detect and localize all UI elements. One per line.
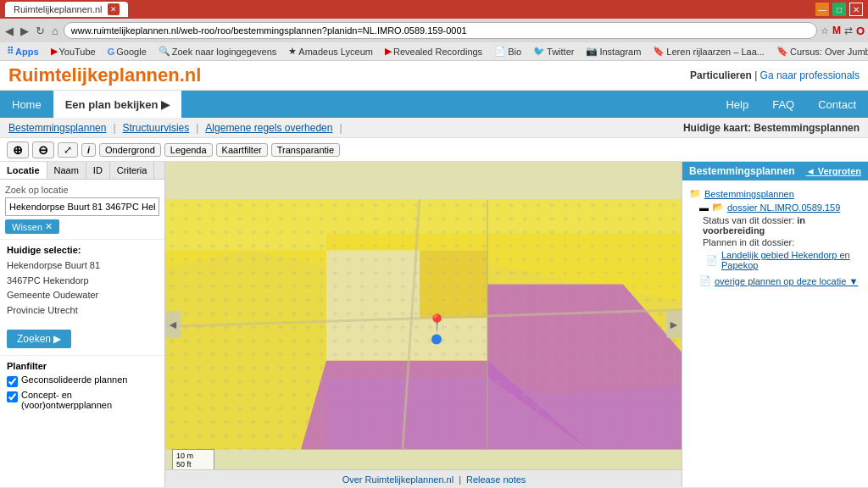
leren-icon: 🔖: [653, 46, 665, 57]
nav-plan[interactable]: Een plan bekijken ▶: [53, 91, 181, 118]
sub-nav-structuurvisies[interactable]: Structuurvisies: [123, 122, 190, 134]
footer-link1[interactable]: Over Ruimtelijkeplannen.nl: [342, 474, 453, 485]
checkbox-concept-input[interactable]: [7, 391, 18, 402]
close-button[interactable]: ✕: [849, 3, 863, 16]
bookmark-leren[interactable]: 🔖 Leren rijlaarzen – Laa...: [649, 45, 768, 58]
tab-label: Ruimtelijkeplannen.nl: [14, 4, 103, 14]
plans-label: Plannen in dit dossier:: [703, 237, 794, 247]
tab-criteria[interactable]: Criteria: [110, 162, 154, 179]
plan-icon: 📄: [706, 255, 718, 266]
plan-link[interactable]: Landelijk gebied Hekendorp en Papekop: [721, 250, 861, 270]
transparantie-button[interactable]: Transparantie: [271, 143, 340, 157]
tab-naam[interactable]: Naam: [47, 162, 86, 179]
svg-text:📍: 📍: [426, 313, 448, 333]
checkbox-concept-label: Concept- en (voor)ontwerpplannen: [21, 390, 158, 410]
amadeus-icon: ★: [288, 46, 297, 57]
reload-button[interactable]: ↻: [34, 25, 47, 37]
back-button[interactable]: ◀: [3, 25, 15, 37]
revealed-icon: ▶: [385, 46, 392, 57]
ondergrond-button[interactable]: Ondergrond: [99, 143, 161, 157]
planfilter-section: Planfilter Geconsolideerde plannen Conce…: [0, 355, 164, 418]
vergroten-link[interactable]: ◄ Vergroten: [806, 166, 861, 176]
address-bar-row: ◀ ▶ ↻ ⌂ ☆ M ⇄ O: [0, 19, 868, 42]
bookmark-amadeus[interactable]: ★ Amadeus Lyceum: [285, 45, 376, 58]
map-arrow-right[interactable]: ►: [666, 311, 682, 338]
bookmark-instagram-label: Instagram: [599, 47, 641, 57]
ext-icon1: ⇄: [844, 25, 853, 36]
bookmark-revealed[interactable]: ▶ Revealed Recordings: [381, 45, 486, 58]
bookmark-google[interactable]: G Google: [104, 46, 150, 58]
map-arrow-left[interactable]: ◄: [165, 311, 181, 338]
cursus-icon: 🔖: [776, 46, 788, 57]
bookmark-zoek[interactable]: 🔍 Zoek naar logingegevens: [155, 45, 281, 58]
bookmark-twitter-label: Twitter: [547, 47, 574, 57]
sub-nav-bestemmingsplannen[interactable]: Bestemmingsplannen: [8, 122, 106, 134]
footer-sep: |: [459, 474, 461, 485]
wissen-label: Wissen: [12, 222, 42, 232]
tab-locatie[interactable]: Locatie: [0, 162, 47, 179]
address-input[interactable]: [64, 22, 817, 39]
nav-faq[interactable]: FAQ: [760, 98, 806, 111]
checkbox-concept: Concept- en (voor)ontwerpplannen: [7, 390, 158, 410]
other-icon: 📄: [699, 275, 711, 286]
bookmark-cursus[interactable]: 🔖 Cursus: Over Jumbo: [773, 45, 868, 58]
checkbox-geconsolideerde-label: Geconsolideerde plannen: [21, 374, 127, 385]
browser-tab[interactable]: Ruimtelijkeplannen.nl ✕: [5, 2, 128, 17]
bookmark-leren-label: Leren rijlaarzen – Laa...: [666, 47, 765, 57]
window-controls: — □ ✕: [815, 3, 863, 16]
other-plans-link[interactable]: overige plannen op deze locatie ▼: [715, 276, 858, 286]
zoom-out-button[interactable]: ⊖: [32, 141, 54, 158]
main-nav: Home Een plan bekijken ▶ Help FAQ Contac…: [0, 91, 868, 118]
zoom-in-button[interactable]: ⊕: [7, 141, 29, 158]
bookmark-instagram[interactable]: 📷 Instagram: [582, 45, 644, 58]
gmail-icon: M: [832, 25, 841, 36]
nav-contact[interactable]: Contact: [806, 98, 868, 111]
panel-tree-plan: 📄 Landelijk gebied Hekendorp en Papekop: [706, 250, 861, 270]
selection-line1: Hekendorpse Buurt 81: [7, 258, 158, 274]
zoeken-button[interactable]: Zoeken ▶: [7, 330, 71, 348]
home-button[interactable]: ⌂: [50, 25, 60, 37]
forward-button[interactable]: ▶: [19, 25, 31, 37]
search-input[interactable]: [5, 197, 159, 216]
svg-point-15: [431, 335, 442, 345]
scale-50ft: 50 ft: [176, 460, 210, 469]
tab-id[interactable]: ID: [86, 162, 110, 179]
legenda-button[interactable]: Legenda: [164, 143, 213, 157]
info-button[interactable]: i: [81, 143, 96, 157]
bestemmingsplannen-link[interactable]: Bestemmingsplannen: [704, 189, 794, 199]
kaartfilter-button[interactable]: Kaartfilter: [216, 143, 268, 157]
minimize-button[interactable]: —: [815, 3, 829, 16]
bookmark-youtube-label: YouTube: [59, 47, 96, 57]
twitter-icon: 🐦: [533, 46, 545, 57]
footer-link2[interactable]: Release notes: [466, 474, 526, 485]
wissen-x-icon: ✕: [45, 221, 53, 232]
bookmark-bio[interactable]: 📄 Bio: [491, 45, 525, 58]
huidige-kaart-label: Huidige kaart:: [683, 122, 751, 134]
bookmark-bio-label: Bio: [508, 47, 521, 57]
bookmark-apps-label: Apps: [15, 47, 39, 57]
tab-close-button[interactable]: ✕: [108, 3, 120, 15]
instagram-icon: 📷: [586, 46, 598, 57]
panel-tree-dossier: ▬ 📂 dossier NL.IMRO.0589.159: [699, 202, 861, 213]
bookmark-youtube[interactable]: ▶ YouTube: [47, 45, 99, 58]
maximize-button[interactable]: □: [832, 3, 846, 16]
panel-tree-root: 📁 Bestemmingsplannen: [689, 188, 861, 199]
map-area[interactable]: +: [165, 162, 682, 487]
extent-button[interactable]: ⤢: [58, 142, 78, 158]
wissen-button[interactable]: Wissen ✕: [5, 219, 59, 234]
search-label: Zoek op locatie: [5, 185, 159, 195]
panel-status: Status van dit dossier: in voorbereiding: [703, 215, 861, 236]
nav-home[interactable]: Home: [0, 91, 53, 118]
current-selection: Huidige selectie: Hekendorpse Buurt 81 3…: [0, 239, 164, 323]
folder-open-icon: 📂: [712, 202, 724, 213]
right-panel-title: Bestemmingsplannen: [689, 165, 795, 177]
nav-help[interactable]: Help: [714, 98, 760, 111]
bookmark-apps[interactable]: ⠿ Apps: [3, 45, 42, 58]
minus-icon: ▬: [699, 202, 709, 213]
checkbox-geconsolideerde-input[interactable]: [7, 376, 18, 387]
sub-nav-algemeen[interactable]: Algemene regels overheden: [205, 122, 332, 134]
opera-icon: O: [856, 25, 865, 37]
dossier-link[interactable]: dossier NL.IMRO.0589.159: [727, 202, 840, 213]
bookmark-twitter[interactable]: 🐦 Twitter: [530, 45, 577, 58]
pro-link[interactable]: Ga naar professionals: [760, 69, 860, 81]
